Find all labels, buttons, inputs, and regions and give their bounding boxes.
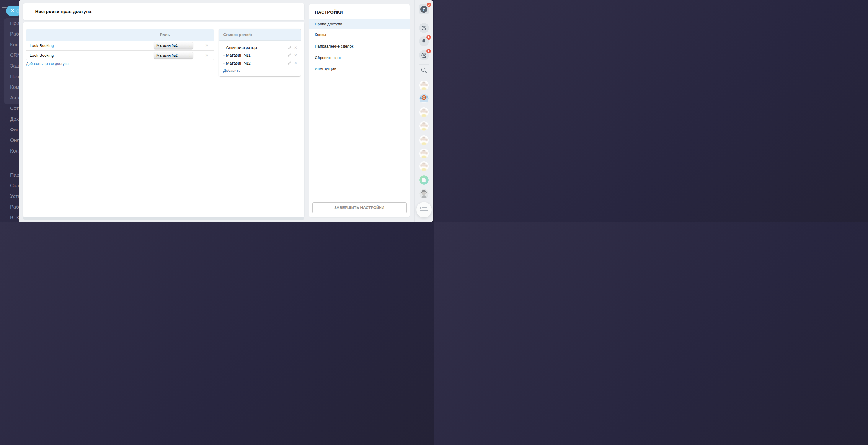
delete-role-icon[interactable]: ✕ — [294, 53, 297, 58]
edit-pencil-icon[interactable] — [287, 61, 292, 65]
sidebar-item-work2[interactable]: Рабо — [0, 202, 19, 213]
sidebar-item-setup[interactable]: Уста — [0, 191, 19, 202]
sidebar-item-comm[interactable]: Комм — [0, 82, 19, 93]
remove-row-icon[interactable]: ✕ — [204, 53, 210, 58]
question-icon: ? — [421, 6, 427, 13]
delete-role-icon[interactable]: ✕ — [294, 61, 297, 65]
content-card: Роль Look Booking Магазин №1 ▲▼ ✕ Look B… — [23, 22, 305, 217]
settings-menu: Кассы Направление сделок Сбросить кеш Ин… — [309, 29, 410, 75]
card-bottom-shadow — [23, 217, 305, 220]
search-button[interactable] — [421, 67, 428, 74]
sidebar-item-tasks[interactable]: Зада — [0, 61, 19, 71]
dark-sidebar: ✕ oo Прил Рабо Конт CRM Зада Почт Комм А… — [0, 0, 19, 222]
right-toolbar: ? 2 4 1 — [414, 0, 433, 222]
sidebar-item-params[interactable]: Пара — [0, 170, 19, 181]
search-icon — [421, 67, 428, 74]
edit-pencil-icon[interactable] — [287, 53, 292, 57]
avatar[interactable] — [419, 121, 429, 131]
avatar[interactable] — [419, 149, 429, 158]
add-role-link[interactable]: Добавить — [223, 68, 301, 72]
chat-badge: 1 — [426, 49, 431, 54]
logo-fragment: oo — [16, 7, 19, 14]
settings-item-reset-cache[interactable]: Сбросить кеш — [309, 52, 410, 63]
toolbar-divider — [418, 78, 429, 78]
list-item: - Магазин №2 ✕ — [219, 59, 301, 67]
refresh-sparkle-icon — [421, 25, 427, 31]
roles-card-header: Список ролей: — [219, 29, 301, 41]
table-row: Look Booking Магазин №1 ▲▼ ✕ — [26, 41, 214, 51]
app-name-cell: Look Booking — [30, 43, 54, 48]
edit-pencil-icon[interactable] — [287, 45, 292, 50]
avatar-grayscale-man[interactable] — [419, 189, 429, 198]
sidebar-item-online[interactable]: Онла — [0, 135, 19, 146]
sidebar-item-crm[interactable]: CRM — [0, 50, 19, 61]
bell-icon — [421, 38, 427, 44]
role-select[interactable]: Магазин №2 ▲▼ — [154, 52, 193, 59]
sidebar-item-staff[interactable]: Сотр — [0, 103, 19, 114]
sidebar-item-bi[interactable]: BI Ко — [0, 213, 19, 222]
help-badge: 2 — [427, 3, 431, 7]
sidebar-item-work[interactable]: Рабо — [0, 29, 19, 39]
select-arrows-icon: ▲▼ — [189, 44, 191, 47]
roles-card-title: Список ролей: — [223, 32, 252, 37]
avatar[interactable] — [419, 107, 429, 117]
sidebar-item-finance[interactable]: Фина — [0, 125, 19, 135]
add-access-right-link[interactable]: Добавить право доступа — [26, 62, 69, 66]
delete-role-icon[interactable]: ✕ — [294, 45, 297, 50]
list-item: - Администратор ✕ — [219, 44, 301, 51]
roles-list: - Администратор ✕ - Магазин №1 ✕ - Магаз… — [219, 41, 301, 72]
close-icon: ✕ — [10, 8, 15, 13]
chat-arrows-icon — [421, 52, 427, 58]
table-row: Look Booking Магазин №2 ▲▼ ✕ — [26, 51, 214, 60]
sidebar-item-coll[interactable]: Колл — [0, 146, 19, 156]
task-list-button[interactable] — [416, 202, 432, 218]
settings-item-access-rights[interactable]: Права доступа — [309, 19, 410, 29]
finish-settings-button[interactable]: ЗАВЕРШИТЬ НАСТРОЙКИ — [312, 202, 407, 213]
sidebar-item-apps[interactable]: Прил — [0, 18, 19, 29]
sidebar-item-income[interactable]: Дохо — [0, 114, 19, 125]
sidebar-divider — [0, 156, 19, 170]
app-name-cell: Look Booking — [30, 53, 54, 58]
menu-close-button[interactable]: ✕ oo — [6, 6, 19, 16]
settings-item-instructions[interactable]: Инструкции — [309, 63, 410, 75]
notifications-button[interactable]: 4 — [419, 36, 429, 46]
settings-panel: НАСТРОЙКИ Права доступа Кассы Направлени… — [309, 4, 410, 217]
chat-button[interactable]: 1 — [419, 50, 429, 60]
roles-list-card: Список ролей: - Администратор ✕ - Магази… — [219, 29, 301, 77]
role-select[interactable]: Магазин №1 ▲▼ — [154, 42, 193, 49]
settings-item-cashdesks[interactable]: Кассы — [309, 29, 410, 41]
access-rights-table: Роль Look Booking Магазин №1 ▲▼ ✕ Look B… — [26, 29, 214, 61]
notifications-badge: 4 — [426, 35, 431, 39]
list-item: - Магазин №1 ✕ — [219, 51, 301, 59]
updates-button[interactable] — [419, 23, 429, 33]
sidebar-item-warehouse[interactable]: Скла — [0, 181, 19, 191]
settings-item-deal-directions[interactable]: Направление сделок — [309, 40, 410, 52]
avatar[interactable] — [419, 161, 429, 171]
avatar[interactable] — [419, 81, 429, 90]
select-arrows-icon: ▲▼ — [189, 54, 191, 57]
settings-panel-title: НАСТРОЙКИ — [315, 9, 343, 14]
table-header-row: Роль — [26, 29, 214, 41]
news-channel-avatar[interactable] — [419, 175, 429, 185]
toolbar-divider — [418, 64, 429, 65]
page-header-card: Настройки прав доступа — [23, 3, 305, 20]
sidebar-menu: Прил Рабо Конт CRM Зада Почт Комм Авто С… — [0, 18, 19, 222]
page-title: Настройки прав доступа — [35, 9, 92, 14]
sidebar-item-mail[interactable]: Почт — [0, 71, 19, 82]
help-button[interactable]: ? 2 — [418, 4, 429, 14]
avatar[interactable] — [419, 135, 429, 145]
app-surface: Настройки прав доступа Роль Look Booking… — [19, 0, 433, 222]
avatar-active-user[interactable] — [419, 94, 429, 103]
sidebar-item-contacts[interactable]: Конт — [0, 39, 19, 50]
list-icon — [420, 207, 428, 213]
remove-row-icon[interactable]: ✕ — [204, 43, 210, 48]
toolbar-divider — [418, 21, 429, 21]
role-column-header: Роль — [145, 29, 185, 41]
sidebar-item-auto[interactable]: Авто — [0, 93, 19, 103]
